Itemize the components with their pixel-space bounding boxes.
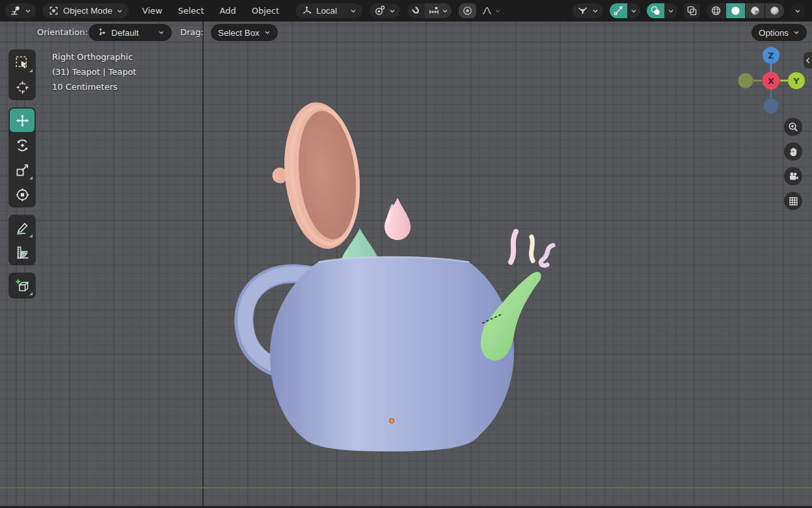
header-menus: View Select Add Object	[135, 0, 287, 21]
options-dropdown[interactable]: Options	[751, 24, 807, 41]
chevron-left-icon	[805, 57, 811, 64]
proportional-editing-toggle[interactable]	[458, 3, 477, 19]
chevron-down-icon	[116, 8, 123, 14]
xray-toggle[interactable]	[683, 3, 701, 19]
snap-target-dropdown[interactable]	[425, 3, 452, 18]
proportional-editing-controls	[458, 3, 504, 19]
tool-move[interactable]	[10, 109, 34, 132]
object-info: (31) Teapot | Teapot	[52, 64, 136, 79]
tool-add-cube[interactable]	[10, 274, 34, 297]
viewport-nav-buttons	[784, 118, 802, 210]
scale-icon	[15, 163, 30, 178]
shading-material-button[interactable]	[745, 3, 765, 18]
shading-solid-button[interactable]	[725, 3, 745, 18]
rendered-shading-icon	[769, 5, 780, 16]
chevron-down-icon	[350, 8, 357, 14]
steam-wisp-middle[interactable]	[531, 237, 533, 261]
annotation-tools-group	[8, 215, 36, 265]
orientation-value: Local	[316, 6, 337, 16]
navigation-axis-gizmo[interactable]: Z Y X	[734, 43, 812, 116]
add-cube-icon	[15, 278, 30, 293]
menu-select[interactable]: Select	[170, 0, 211, 21]
transform-tools-group	[8, 107, 36, 207]
tool-cursor[interactable]	[10, 75, 34, 99]
shading-mode-buttons	[706, 3, 785, 19]
hand-icon	[788, 146, 799, 157]
neg-y-axis-ball[interactable]	[738, 74, 753, 88]
chevron-down-icon	[592, 8, 599, 14]
snapping-controls	[407, 3, 452, 19]
tool-rotate[interactable]	[10, 133, 34, 157]
steam-wisp-right[interactable]	[541, 245, 553, 265]
y-axis-label: Y	[792, 76, 800, 86]
grid-scale: 10 Centimeters	[52, 79, 136, 94]
pan-button[interactable]	[784, 142, 802, 161]
mode-selector[interactable]: Object Mode	[42, 3, 129, 19]
measure-icon	[15, 245, 30, 260]
chevron-down-icon	[442, 8, 448, 14]
add-tools-group	[8, 273, 36, 299]
toggle-projection-button[interactable]	[784, 192, 802, 210]
tool-measure[interactable]	[10, 241, 34, 264]
tool-tweak-select-box[interactable]	[10, 51, 34, 74]
show-overlays-toggle[interactable]	[647, 3, 664, 18]
pivot-point-icon	[374, 5, 385, 16]
z-axis-label: Z	[768, 51, 774, 60]
chevron-down-icon	[794, 8, 801, 14]
select-tools-group	[8, 49, 36, 100]
chevron-down-icon	[494, 8, 501, 14]
teapot-lid[interactable]	[265, 99, 367, 254]
object-mode-icon	[48, 5, 59, 16]
snap-increment-icon	[428, 5, 439, 16]
sidebar-toggle[interactable]	[804, 52, 812, 68]
pivot-point-dropdown[interactable]	[369, 3, 401, 19]
menu-object[interactable]: Object	[244, 0, 287, 21]
options-label: Options	[759, 28, 789, 38]
camera-view-button[interactable]	[784, 167, 802, 185]
menu-add[interactable]: Add	[212, 0, 244, 21]
falloff-curve-icon	[481, 5, 493, 16]
chevron-down-icon	[668, 8, 674, 14]
menu-view[interactable]: View	[135, 0, 170, 21]
visibility-filter-icon	[577, 5, 588, 16]
shading-options-dropdown[interactable]	[790, 3, 805, 19]
material-preview-shading-icon	[750, 5, 761, 16]
snap-toggle-button[interactable]	[407, 3, 425, 18]
show-gizmo-icon	[613, 5, 624, 16]
falloff-dropdown[interactable]	[478, 3, 504, 19]
snap-magnet-icon	[411, 5, 422, 16]
viewport-header: Object Mode View Select Add Object Local	[0, 0, 812, 21]
show-gizmo-toggle[interactable]	[610, 3, 627, 18]
cursor-icon	[15, 80, 30, 95]
tool-shelf	[8, 49, 36, 299]
editor-type-button[interactable]	[5, 3, 36, 19]
overlay-controls	[646, 3, 678, 19]
steam-wisp-left[interactable]	[511, 232, 516, 262]
neg-z-axis-ball[interactable]	[764, 99, 779, 114]
solid-shading-icon	[730, 5, 741, 16]
drag-label: Drag:	[180, 27, 204, 37]
xray-icon	[686, 5, 697, 16]
gizmo-dropdown[interactable]	[627, 3, 640, 18]
select-box-icon	[15, 55, 30, 70]
transform-orientation-dropdown[interactable]: Local	[295, 3, 363, 19]
mode-label: Object Mode	[63, 6, 113, 16]
shading-rendered-button[interactable]	[765, 3, 784, 18]
chevron-down-icon	[389, 8, 396, 14]
orientation-label: Orientation:	[37, 27, 88, 37]
camera-icon	[788, 171, 799, 182]
rotate-icon	[15, 138, 30, 153]
drag-dropdown[interactable]: Select Box	[211, 24, 278, 41]
tool-annotate[interactable]	[10, 216, 34, 239]
editor-3d-viewport-icon	[10, 5, 21, 16]
object-type-visibility-dropdown[interactable]	[572, 3, 604, 19]
shading-wireframe-button[interactable]	[707, 3, 725, 18]
zoom-button[interactable]	[784, 118, 802, 136]
overlays-dropdown[interactable]	[664, 3, 677, 18]
tool-transform[interactable]	[10, 183, 34, 206]
orientation-dropdown[interactable]: Default	[88, 24, 172, 41]
x-axis-label: X	[768, 76, 774, 86]
object-origin-point[interactable]	[390, 419, 394, 423]
zoom-icon	[788, 122, 799, 133]
tool-scale[interactable]	[10, 158, 34, 181]
